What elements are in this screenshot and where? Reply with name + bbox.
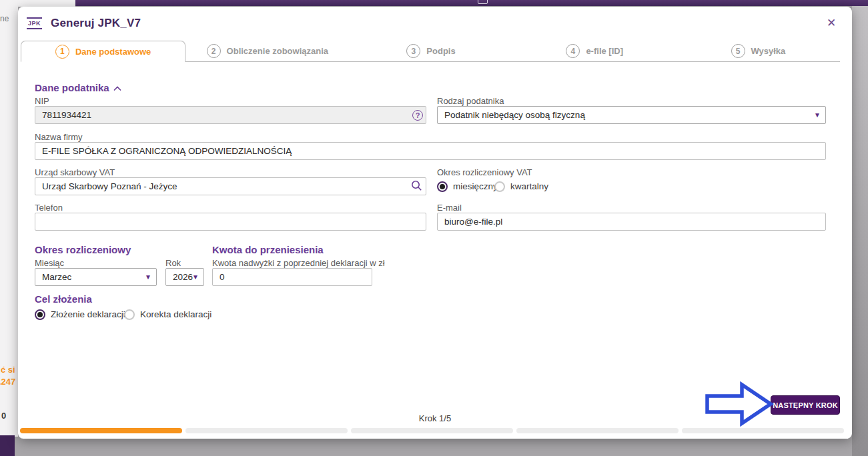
background-right-strip xyxy=(852,6,868,456)
carryover-amount-label: Kwota nadwyżki z poprzedniej deklaracji … xyxy=(212,258,385,268)
chevron-down-icon: ▼ xyxy=(145,273,151,281)
company-name-field[interactable] xyxy=(35,142,826,160)
tab-label: Wysyłka xyxy=(751,46,786,56)
vat-period-quarterly-radio[interactable] xyxy=(494,181,505,192)
chevron-up-icon xyxy=(113,82,121,93)
purpose-declaration-label[interactable]: Złożenie deklaracji xyxy=(51,309,125,319)
help-icon[interactable]: ? xyxy=(412,110,423,121)
tab-number: 2 xyxy=(207,44,221,58)
vat-period-monthly-label[interactable]: miesięczny xyxy=(453,181,498,191)
dialog-header: JPK Generuj JPK_V7 xyxy=(27,17,141,30)
purpose-declaration-radio[interactable] xyxy=(35,309,45,320)
section-heading-taxpayer-label: Dane podatnika xyxy=(35,82,109,93)
month-value: Marzec xyxy=(42,272,71,282)
section-heading-period: Okres rozliczeniowy xyxy=(35,244,131,255)
wizard-tabs: 1Dane podstawowe2Obliczenie zobowiązania… xyxy=(21,41,840,62)
chevron-down-icon: ▼ xyxy=(814,111,821,119)
jpk-icon: JPK xyxy=(27,17,42,29)
section-heading-taxpayer[interactable]: Dane podatnika xyxy=(35,82,121,93)
background-text-fragment: ne xyxy=(0,14,9,23)
purpose-correction-radio[interactable] xyxy=(124,309,135,320)
progress-segment xyxy=(351,428,513,433)
tab-dane-podstawowe[interactable]: 1Dane podstawowe xyxy=(21,41,185,62)
month-select[interactable]: Marzec ▼ xyxy=(35,268,157,286)
purpose-correction-label[interactable]: Korekta deklaracji xyxy=(140,309,211,319)
tax-office-label: Urząd skarbowy VAT xyxy=(35,167,115,177)
tab-number: 3 xyxy=(406,44,420,58)
phone-label: Telefon xyxy=(35,203,63,213)
month-label: Miesiąc xyxy=(35,258,64,268)
tab-number: 1 xyxy=(55,45,69,59)
taxpayer-type-label: Rodzaj podatnika xyxy=(437,96,504,106)
progress-bar xyxy=(20,428,844,433)
step-indicator: Krok 1/5 xyxy=(18,413,852,423)
envelope-icon xyxy=(478,0,488,4)
section-heading-carryover: Kwota do przeniesienia xyxy=(212,244,324,255)
background-orange-fragment-1: ć si xyxy=(1,365,15,375)
vat-period-quarterly-label[interactable]: kwartalny xyxy=(510,181,548,191)
tab-label: Dane podstawowe xyxy=(75,47,151,57)
tab-label: e-file [ID] xyxy=(586,46,623,56)
close-icon[interactable]: ✕ xyxy=(824,16,839,31)
app-top-bar xyxy=(75,0,868,6)
background-purple-block xyxy=(0,435,15,456)
nip-field[interactable] xyxy=(35,106,426,124)
tab-number: 5 xyxy=(731,44,745,58)
year-select[interactable]: 2026 ▼ xyxy=(165,268,204,286)
search-icon[interactable] xyxy=(411,180,422,194)
progress-segment xyxy=(20,428,182,433)
nip-label: NIP xyxy=(35,96,49,106)
year-label: Rok xyxy=(165,258,181,268)
background-left-panel: 4 ne ć si .247 0 xyxy=(0,0,18,437)
taxpayer-type-select[interactable]: Podatnik niebędący osobą fizyczną ▼ xyxy=(437,106,826,124)
tax-office-field[interactable] xyxy=(35,177,426,195)
tab-e-file-id-[interactable]: 4e-file [ID] xyxy=(513,41,677,61)
progress-segment xyxy=(185,428,348,433)
progress-segment xyxy=(516,428,679,433)
taxpayer-type-value: Podatnik niebędący osobą fizyczną xyxy=(444,110,585,120)
tab-label: Podpis xyxy=(426,46,455,56)
company-name-label: Nazwa firmy xyxy=(35,132,83,142)
next-step-button[interactable]: NASTĘPNY KROK xyxy=(771,395,840,415)
tab-number: 4 xyxy=(566,44,580,58)
section-heading-purpose: Cel złożenia xyxy=(35,293,92,305)
background-top-left xyxy=(0,0,75,7)
vat-period-label: Okres rozliczeniowy VAT xyxy=(437,167,532,177)
chevron-down-icon: ▼ xyxy=(192,273,199,281)
carryover-amount-field[interactable] xyxy=(212,268,372,286)
tab-label: Obliczenie zobowiązania xyxy=(227,46,328,56)
year-value: 2026 xyxy=(173,272,193,282)
tab-obliczenie-zobowi-zania[interactable]: 2Obliczenie zobowiązania xyxy=(185,41,349,61)
progress-segment xyxy=(682,428,844,433)
vat-period-monthly-radio[interactable] xyxy=(437,181,448,192)
email-field[interactable] xyxy=(437,213,826,231)
generate-jpk-dialog: JPK Generuj JPK_V7 ✕ 1Dane podstawowe2Ob… xyxy=(18,7,852,439)
phone-field[interactable] xyxy=(35,213,426,231)
email-label: E-mail xyxy=(437,203,462,213)
background-value-fragment: 0 xyxy=(1,411,6,421)
background-orange-fragment-2: .247 xyxy=(0,377,15,387)
tab-wysy-ka[interactable]: 5Wysyłka xyxy=(677,41,840,61)
dialog-title: Generuj JPK_V7 xyxy=(51,17,141,30)
tab-podpis[interactable]: 3Podpis xyxy=(349,41,512,61)
